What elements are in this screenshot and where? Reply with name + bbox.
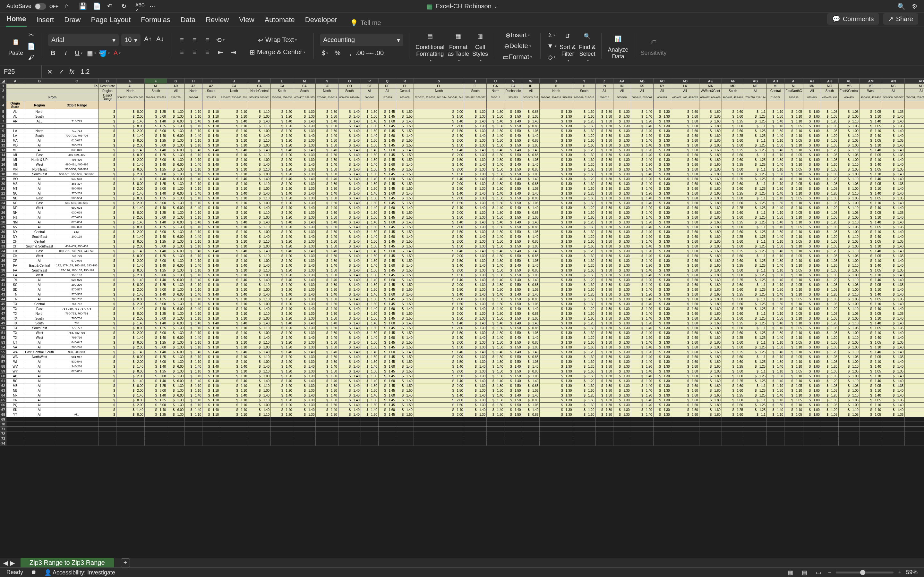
data-cell[interactable]: $ 1.40 (202, 162, 220, 167)
data-cell[interactable]: $ 1.10 (784, 205, 803, 210)
data-cell[interactable]: $ 1.40 (293, 408, 316, 412)
data-cell[interactable]: $ 1.10 (784, 129, 803, 133)
data-cell[interactable]: $ 1.00 (803, 239, 821, 244)
data-cell[interactable]: $ 1.40 (767, 234, 784, 239)
data-cell[interactable]: $ 1.50 (504, 359, 522, 364)
empty-cell[interactable] (671, 422, 699, 427)
data-cell[interactable]: $ 1.30 (540, 253, 573, 258)
dest-zip-cell[interactable]: 620-622, 624-629 (699, 93, 722, 101)
data-cell[interactable]: $ 1.40 (338, 114, 360, 119)
data-cell[interactable]: $ 1.25 (144, 369, 167, 374)
data-cell[interactable]: $ 1.25 (744, 273, 766, 277)
data-cell[interactable]: $ 1.40 (293, 220, 316, 225)
empty-cell[interactable] (699, 441, 722, 446)
data-cell[interactable]: $ 1.45 (378, 330, 396, 335)
data-cell[interactable]: $ 1.40 (271, 234, 293, 239)
origin-state-cell[interactable]: OH (6, 239, 24, 244)
data-cell[interactable]: $ 1.10 (220, 403, 248, 408)
data-cell[interactable]: $ 1.40 (504, 133, 522, 138)
data-cell[interactable]: $ 1.45 (378, 384, 396, 388)
row-header[interactable]: 62 (0, 384, 6, 388)
origin-zip-cell[interactable]: 530-549 (55, 359, 99, 364)
empty-cell[interactable] (596, 417, 613, 422)
data-cell[interactable]: $ 1.00 (838, 201, 859, 205)
data-cell[interactable]: $ 1.40 (631, 114, 653, 119)
data-cell[interactable]: $ 1.10 (202, 172, 220, 177)
empty-cell[interactable] (293, 432, 316, 436)
data-cell[interactable]: $ 1.10 (784, 321, 803, 326)
data-cell[interactable]: $ 1.05 (859, 355, 882, 359)
data-cell[interactable] (338, 101, 360, 109)
data-cell[interactable]: $ 1.60 (699, 234, 722, 239)
data-cell[interactable]: $ 1.40 (338, 403, 360, 408)
data-cell[interactable]: $ 1.10 (784, 316, 803, 321)
empty-cell[interactable] (6, 432, 24, 436)
data-cell[interactable]: $ 1.40 (185, 249, 202, 253)
data-cell[interactable]: $ 1.40 (338, 408, 360, 412)
data-cell[interactable]: $ 1.05 (821, 359, 838, 364)
name-box[interactable]: F25 (0, 65, 42, 78)
data-cell[interactable]: $ 1.30 (167, 239, 185, 244)
data-cell[interactable]: $ 1.10 (248, 398, 270, 403)
dest-state-cell[interactable]: CA (248, 84, 270, 89)
data-cell[interactable]: $ 1.50 (414, 359, 464, 364)
data-cell[interactable]: $ 1.40 (882, 244, 905, 249)
data-cell[interactable]: $ 1.30 (464, 201, 487, 205)
row-header[interactable]: 18 (0, 172, 6, 177)
data-cell[interactable]: $ 1.25 (144, 210, 167, 215)
data-cell[interactable]: $ 1.10 (248, 153, 270, 157)
data-cell[interactable]: $ 1.05 (784, 412, 803, 417)
data-cell[interactable]: $ 1.40 (767, 306, 784, 311)
data-cell[interactable]: $ 1.30 (596, 186, 613, 191)
dest-region-cell[interactable]: North (540, 89, 573, 93)
data-cell[interactable]: $ 1.30 (360, 316, 378, 321)
data-cell[interactable]: $ 1.40 (396, 263, 414, 268)
data-cell[interactable]: $ 1.10 (220, 225, 248, 229)
empty-cell[interactable] (722, 436, 744, 441)
borders-icon[interactable]: ▦ (87, 48, 96, 58)
dest-zip-cell[interactable]: 480-489, 492 (821, 93, 838, 101)
data-cell[interactable]: $ 1.00 (803, 273, 821, 277)
data-cell[interactable]: $ 1.30 (360, 369, 378, 374)
data-cell[interactable]: $ 1.50 (487, 398, 504, 403)
data-cell[interactable]: $ 1.10 (202, 403, 220, 408)
data-cell[interactable]: $ 1.00 (838, 157, 859, 162)
data-cell[interactable]: $ 1.1 (744, 384, 766, 388)
data-cell[interactable]: $ 1.30 (167, 412, 185, 417)
data-cell[interactable]: $ 1.40 (185, 220, 202, 225)
data-cell[interactable]: $ 1.50 (316, 229, 338, 234)
origin-zip-cell[interactable] (55, 393, 99, 398)
data-cell[interactable]: $ 1.40 (487, 177, 504, 181)
data-cell[interactable]: $ 8.00 (116, 268, 144, 273)
origin-region-cell[interactable]: All (24, 225, 55, 229)
data-cell[interactable]: $ 1.00 (803, 186, 821, 191)
dest-state-cell[interactable]: IL (540, 84, 573, 89)
data-cell[interactable]: $ 1.40 (360, 277, 378, 282)
data-cell[interactable]: $ 1.30 (596, 225, 613, 229)
data-cell[interactable]: $ 1.25 (722, 263, 744, 268)
data-cell[interactable]: $ 1.80 (699, 388, 722, 393)
data-cell[interactable]: $ 1.10 (202, 345, 220, 350)
data-cell[interactable]: $ 1.10 (248, 369, 270, 374)
data-cell[interactable]: $ 1.10 (185, 374, 202, 379)
data-cell[interactable] (464, 101, 487, 109)
data-cell[interactable]: $ 1.20 (573, 292, 596, 297)
data-cell[interactable]: $ 1.40 (631, 186, 653, 191)
empty-cell[interactable] (784, 417, 803, 422)
data-cell[interactable]: $ 1.30 (293, 282, 316, 287)
data-cell[interactable]: $ 1.40 (338, 393, 360, 398)
data-cell[interactable]: $ (99, 282, 116, 287)
data-cell[interactable]: $ 1.40 (905, 249, 924, 253)
data-cell[interactable]: $ 1.40 (396, 205, 414, 210)
dest-state-cell[interactable]: AL (116, 84, 144, 89)
data-cell[interactable]: $ 1.05 (821, 316, 838, 321)
data-cell[interactable]: $ 1.50 (316, 273, 338, 277)
origin-zip-cell[interactable]: 780-782 (55, 297, 99, 301)
empty-cell[interactable] (504, 436, 522, 441)
empty-cell[interactable] (167, 417, 185, 422)
data-cell[interactable]: $ 1.40 (116, 191, 144, 196)
data-cell[interactable]: $ 1.45 (378, 258, 396, 263)
data-cell[interactable]: $ 1.1 (744, 253, 766, 258)
data-cell[interactable]: $ 1.30 (293, 215, 316, 220)
data-cell[interactable]: $ 1.60 (378, 379, 396, 384)
